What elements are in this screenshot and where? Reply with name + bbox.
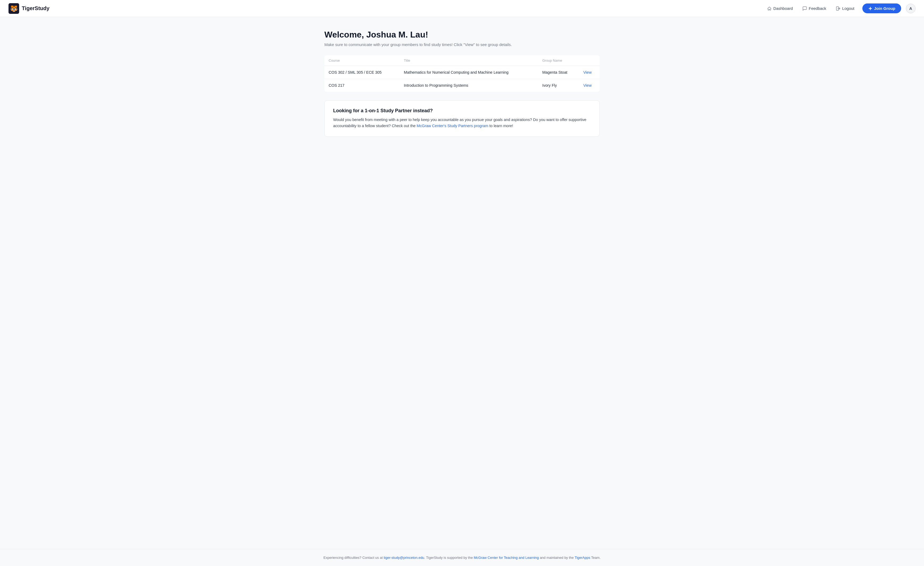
mcgraw-center-link[interactable]: McGraw Center for Teaching and Learning: [474, 555, 539, 560]
welcome-title: Welcome, Joshua M. Lau!: [324, 30, 600, 40]
home-icon: [767, 6, 772, 11]
tigerapps-link[interactable]: TigerApps: [574, 555, 590, 560]
cell-title: Mathematics for Numerical Computing and …: [400, 66, 538, 79]
join-group-button[interactable]: Join Group: [862, 3, 901, 13]
cell-view: View: [579, 66, 600, 79]
main-content: Welcome, Joshua M. Lau! Make sure to com…: [316, 17, 608, 549]
col-group-name: Group Name: [538, 55, 579, 66]
cell-group-name: Ivory Fly: [538, 79, 579, 92]
cell-course: COS 217: [324, 79, 400, 92]
logout-nav-link[interactable]: Logout: [832, 4, 858, 13]
brand-name: TigerStudy: [22, 5, 50, 11]
table-body: COS 302 / SML 305 / ECE 305 Mathematics …: [324, 66, 600, 92]
logout-icon: [836, 6, 841, 11]
table-header: Course Title Group Name: [324, 55, 600, 66]
join-group-label: Join Group: [874, 6, 895, 11]
logout-label: Logout: [842, 6, 854, 11]
svg-text:🐯: 🐯: [10, 5, 18, 12]
col-action: [579, 55, 600, 66]
feedback-label: Feedback: [809, 6, 826, 11]
avatar-button[interactable]: A: [906, 4, 915, 13]
view-link[interactable]: View: [584, 70, 592, 74]
footer-text-middle: . TigerStudy is supported by the: [424, 555, 474, 560]
mcgraw-study-partners-link[interactable]: McGraw Center's Study Partners program: [417, 124, 488, 128]
study-partner-text-after: to learn more!: [488, 124, 513, 128]
footer-text-before: Experiencing difficulties? Contact us at: [324, 555, 384, 560]
table-row: COS 302 / SML 305 / ECE 305 Mathematics …: [324, 66, 600, 79]
col-title: Title: [400, 55, 538, 66]
avatar-initial: A: [909, 6, 912, 11]
groups-table: Course Title Group Name COS 302 / SML 30…: [324, 55, 600, 92]
navbar: 🐯 TigerStudy Dashboard Feedback: [0, 0, 924, 17]
study-partner-text: Would you benefit from meeting with a pe…: [333, 117, 591, 129]
footer-email-link[interactable]: tiger-study@princeton.edu: [384, 555, 424, 560]
plus-icon: [868, 6, 873, 11]
table-row: COS 217 Introduction to Programming Syst…: [324, 79, 600, 92]
cell-title: Introduction to Programming Systems: [400, 79, 538, 92]
dashboard-nav-link[interactable]: Dashboard: [763, 4, 796, 13]
cell-course: COS 302 / SML 305 / ECE 305: [324, 66, 400, 79]
brand-logo[interactable]: 🐯 TigerStudy: [9, 3, 50, 14]
feedback-icon: [802, 6, 807, 11]
cell-view: View: [579, 79, 600, 92]
footer-text: Experiencing difficulties? Contact us at…: [9, 555, 915, 560]
view-link[interactable]: View: [584, 83, 592, 87]
footer-text-final: Team.: [590, 555, 601, 560]
col-course: Course: [324, 55, 400, 66]
study-partner-title: Looking for a 1-on-1 Study Partner inste…: [333, 108, 591, 114]
cell-group-name: Magenta Stoat: [538, 66, 579, 79]
tiger-logo-icon: 🐯: [9, 3, 19, 14]
footer: Experiencing difficulties? Contact us at…: [0, 549, 924, 566]
nav-links: Dashboard Feedback Logout Join Group: [763, 3, 915, 13]
feedback-nav-link[interactable]: Feedback: [799, 4, 830, 13]
study-partner-card: Looking for a 1-on-1 Study Partner inste…: [324, 100, 600, 137]
footer-text-end: and maintained by the: [539, 555, 574, 560]
dashboard-label: Dashboard: [773, 6, 793, 11]
welcome-subtitle: Make sure to communicate with your group…: [324, 42, 600, 47]
